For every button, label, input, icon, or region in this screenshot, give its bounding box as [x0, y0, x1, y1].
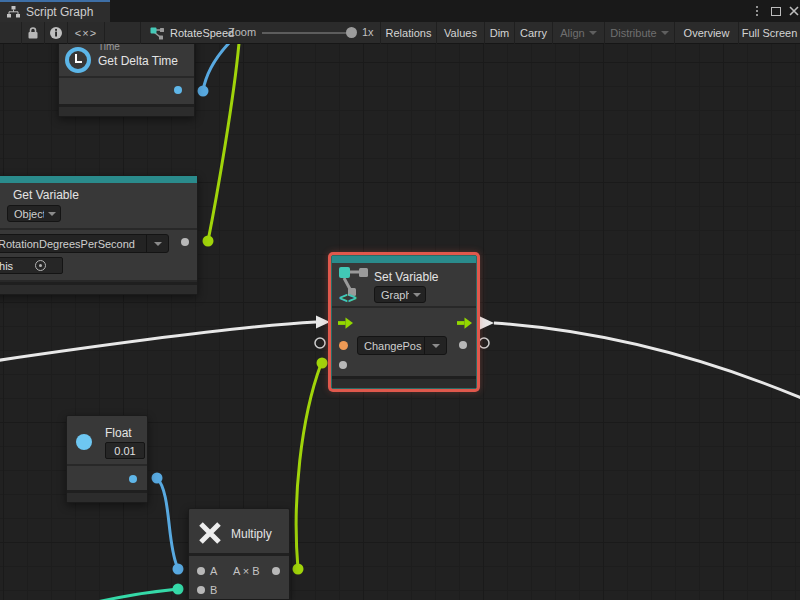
input-port-a[interactable] — [197, 567, 205, 575]
output-port[interactable] — [174, 86, 182, 94]
maximize-icon — [771, 7, 781, 16]
carry-button[interactable]: Carry — [514, 22, 552, 44]
wire-blue-float-multiply — [157, 478, 177, 566]
control-output-port[interactable] — [457, 317, 472, 329]
node-title: Float — [105, 426, 132, 440]
kebab-menu-icon — [756, 6, 758, 16]
object-picker-icon[interactable] — [35, 260, 46, 271]
wire-endpoint — [293, 564, 304, 575]
overview-button[interactable]: Overview — [674, 22, 738, 44]
wire-white-out — [494, 323, 800, 400]
script-graph-asset-icon — [150, 27, 165, 40]
chevron-down-icon — [146, 235, 168, 252]
multiply-icon — [197, 520, 223, 546]
float-icon — [76, 434, 92, 450]
node-footer — [59, 104, 194, 116]
node-multiply[interactable]: Multiply A A × B B — [188, 508, 290, 600]
variable-kind-dropdown[interactable]: Graph — [374, 286, 426, 303]
toolbar-spacer — [0, 22, 22, 44]
node-get-delta-time[interactable]: Time Get Delta Time — [58, 44, 195, 117]
lock-icon — [26, 26, 40, 40]
wire-endpoint — [173, 584, 184, 595]
info-button[interactable] — [45, 22, 68, 44]
relations-button[interactable]: Relations — [380, 22, 436, 44]
toolbar-button-group: Relations Values Dim Carry Align Distrib… — [380, 22, 800, 44]
window-close-button[interactable] — [786, 3, 800, 19]
value-output-port[interactable] — [181, 238, 189, 246]
full-screen-button[interactable]: Full Screen — [738, 22, 800, 44]
variable-kind-dropdown[interactable]: Object — [7, 205, 61, 222]
chevron-down-icon — [661, 31, 669, 35]
graph-toolbar: <×> RotateSpeed Zoom 1x Relations Values… — [0, 22, 800, 44]
code-view-toggle-button[interactable]: <×> — [68, 22, 105, 44]
wire-blue-delta-time — [203, 44, 229, 91]
node-footer — [0, 282, 197, 294]
tab-title: Script Graph — [26, 5, 93, 19]
variable-name-dropdown[interactable]: ChangePos — [357, 336, 447, 355]
node-get-variable[interactable]: Get Variable Object RotationDegreesPerSe… — [0, 175, 198, 295]
hollow-port-ring-left — [315, 338, 325, 348]
value-output-port[interactable] — [459, 341, 467, 349]
zoom-slider-handle[interactable] — [346, 27, 357, 38]
node-title: Set Variable — [374, 270, 438, 284]
chevron-down-icon — [424, 337, 446, 354]
port-label-a: A — [210, 565, 217, 577]
zoom-slider-track[interactable] — [262, 32, 350, 34]
wire-lime-multiply-setvariable — [296, 364, 321, 569]
node-title: Get Variable — [13, 188, 79, 202]
target-object-field[interactable]: this — [0, 257, 63, 274]
tab-script-graph[interactable]: Script Graph — [0, 2, 110, 22]
unity-script-graph-window: Script Graph — [0, 0, 800, 600]
svg-text:<>: <> — [339, 289, 357, 304]
values-button[interactable]: Values — [436, 22, 484, 44]
graph-canvas[interactable]: Time Get Delta Time Get Variable Object … — [0, 44, 800, 600]
value-input-port[interactable] — [339, 361, 347, 369]
set-variable-icon: <> — [338, 266, 370, 304]
chevron-down-icon — [409, 287, 425, 302]
control-input-port[interactable] — [338, 317, 353, 329]
info-icon — [49, 26, 63, 40]
dim-button[interactable]: Dim — [484, 22, 514, 44]
zoom-label: Zoom — [228, 26, 256, 38]
node-float[interactable]: Float 0.01 — [66, 415, 148, 503]
wire-arrowhead-out — [480, 317, 494, 330]
breadcrumb-label: RotateSpeed — [170, 27, 234, 39]
window-maximize-button[interactable] — [768, 3, 784, 19]
node-set-variable[interactable]: <> Set Variable Graph ChangePos — [331, 255, 477, 389]
wire-arrowhead-in — [316, 316, 330, 329]
clock-icon — [65, 47, 91, 73]
wire-teal-multiply-b — [80, 589, 178, 600]
wire-endpoint — [198, 86, 209, 97]
node-subtitle: Time — [98, 44, 120, 52]
chevron-down-icon — [44, 206, 60, 221]
port-label-b: B — [210, 584, 217, 596]
float-value-field[interactable]: 0.01 — [105, 442, 145, 459]
lock-button[interactable] — [22, 22, 45, 44]
input-port-b[interactable] — [197, 586, 205, 594]
zoom-value: 1x — [362, 26, 374, 38]
close-icon — [789, 6, 799, 16]
wire-endpoint — [317, 358, 328, 369]
wire-endpoint — [173, 564, 184, 575]
node-footer — [67, 490, 147, 502]
output-port[interactable] — [129, 475, 137, 483]
wire-white-in — [0, 322, 316, 361]
hollow-port-ring-right — [479, 338, 489, 348]
variable-node-accent — [0, 176, 197, 183]
wire-endpoint — [152, 473, 163, 484]
port-label-output: A × B — [233, 565, 260, 577]
node-title: Get Delta Time — [98, 54, 178, 68]
distribute-dropdown-button[interactable]: Distribute — [604, 22, 674, 44]
window-menu-button[interactable] — [749, 3, 765, 19]
variable-name-dropdown[interactable]: RotationDegreesPerSecond — [0, 234, 169, 253]
node-footer — [332, 376, 476, 388]
align-dropdown-button[interactable]: Align — [552, 22, 604, 44]
code-toggle-icon: <×> — [75, 27, 97, 39]
graph-hierarchy-icon — [7, 6, 20, 18]
node-title: Multiply — [231, 527, 272, 541]
wire-endpoint — [203, 236, 214, 247]
variable-port[interactable] — [339, 341, 348, 350]
tab-bar: Script Graph — [0, 0, 800, 22]
output-port[interactable] — [272, 567, 280, 575]
chevron-down-icon — [589, 31, 597, 35]
